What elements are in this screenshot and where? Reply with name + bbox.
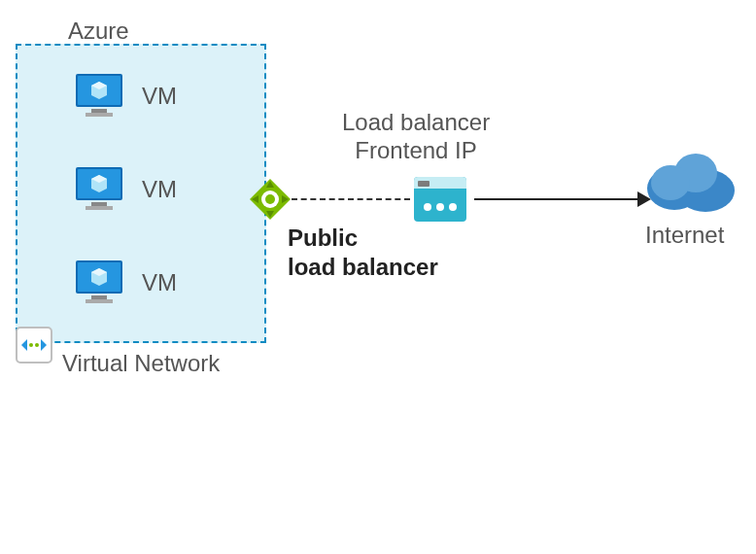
vm-label: VM [142, 83, 177, 110]
svg-point-33 [424, 203, 431, 211]
frontend-line2: Frontend IP [342, 137, 490, 165]
svg-point-20 [29, 343, 33, 347]
load-balancer-icon [250, 179, 291, 220]
svg-point-24 [265, 194, 275, 204]
svg-point-35 [449, 203, 457, 211]
vm-icon [74, 259, 124, 307]
lb-title-line1: Public [288, 224, 438, 253]
svg-rect-14 [91, 295, 107, 299]
internet-cloud-icon [641, 148, 739, 214]
svg-rect-8 [91, 202, 107, 206]
svg-rect-3 [86, 113, 113, 117]
vm-icon [74, 165, 124, 214]
vm-label: VM [142, 176, 177, 203]
virtual-network-icon [16, 327, 52, 364]
svg-rect-15 [86, 299, 113, 303]
svg-marker-19 [41, 339, 47, 351]
vm-item: VM [74, 165, 177, 214]
vm-item: VM [74, 72, 177, 121]
vm-icon [74, 72, 124, 121]
frontend-ip-label: Load balancer Frontend IP [342, 109, 490, 165]
load-balancer-label: Public load balancer [288, 224, 438, 282]
svg-marker-18 [21, 339, 27, 351]
svg-point-39 [651, 165, 690, 200]
frontend-line1: Load balancer [342, 109, 490, 137]
lb-title-line2: load balancer [288, 253, 438, 282]
frontend-ip-icon [412, 175, 468, 224]
vm-label: VM [142, 269, 177, 296]
virtual-network-label: Virtual Network [62, 350, 220, 377]
svg-point-34 [436, 203, 444, 211]
connector-dashed [292, 198, 410, 200]
internet-label: Internet [645, 222, 724, 249]
svg-point-21 [35, 343, 39, 347]
svg-rect-9 [86, 206, 113, 210]
svg-rect-2 [91, 109, 107, 113]
azure-label: Azure [68, 17, 129, 45]
vm-item: VM [74, 259, 177, 307]
connector-arrow [474, 198, 641, 200]
svg-rect-31 [414, 189, 466, 192]
svg-rect-32 [418, 181, 430, 187]
